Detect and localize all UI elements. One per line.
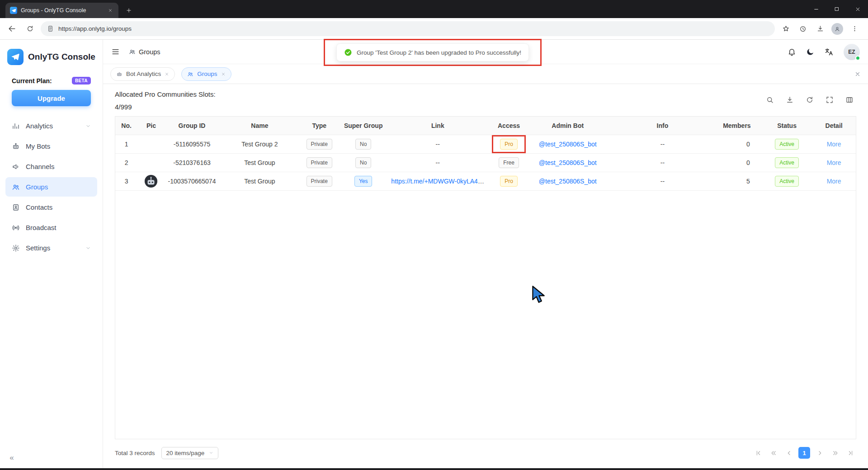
total-records-label: Total 3 records [115,450,155,456]
language-translate-icon[interactable] [825,47,834,56]
groups-table: No. Pic Group ID Name Type Super Group L… [115,116,856,439]
cell-members: 0 [720,135,762,153]
tab-groups[interactable]: Groups [181,67,231,81]
page-number-button[interactable]: 1 [798,447,810,459]
sidebar-item-my-bots[interactable]: My Bots [5,136,97,156]
browser-menu-icon[interactable] [847,22,862,36]
site-info-icon[interactable] [47,25,54,32]
reload-icon[interactable] [23,22,37,36]
bookmark-star-icon[interactable] [778,22,793,36]
close-all-tabs-icon[interactable] [854,71,861,77]
dark-mode-moon-icon[interactable] [806,47,815,56]
sidebar-nav: Analytics My Bots Channels [0,116,103,258]
admin-bot-link[interactable]: @test_250806S_bot [539,178,597,185]
tab-close-icon[interactable] [107,7,114,14]
refresh-icon[interactable] [806,96,814,104]
export-download-icon[interactable] [786,96,794,104]
status-tag: Active [775,176,799,187]
cell-name: Test Group [219,153,300,172]
next-page-icon[interactable] [814,447,826,459]
address-bar[interactable]: https://app.onlytg.io/groups [41,21,775,36]
browser-toolbar: https://app.onlytg.io/groups [0,18,868,40]
sidebar-item-analytics[interactable]: Analytics [5,116,97,136]
cell-name: Test Group [219,172,300,190]
browser-titlebar: Groups - OnlyTG Console [0,0,868,18]
pagination: 1 [752,447,856,459]
broadcast-icon [12,224,20,232]
cell-link: https://t.me/+MDWGW-0kyLA4N... [388,172,487,190]
more-link[interactable]: More [827,141,841,148]
upgrade-button[interactable]: Upgrade [12,90,91,106]
new-tab-button[interactable] [122,4,136,17]
notifications-bell-icon[interactable] [788,47,796,56]
cell-group-id: -1003570665074 [165,172,219,190]
contact-book-icon [12,203,20,212]
cell-admin-bot: @test_250806S_bot [531,172,605,190]
sidebar: OnlyTG Console Current Plan: BETA Upgrad… [0,40,103,468]
col-access: Access [487,117,531,135]
sidebar-item-channels[interactable]: Channels [5,157,97,176]
previous-page-icon[interactable] [783,447,795,459]
tab-bot-analytics[interactable]: Bot Analytics [110,67,175,81]
type-tag: Private [307,139,332,150]
super-group-tag: No [355,139,371,150]
chevron-down-icon [209,451,213,455]
user-avatar[interactable]: EZ [844,44,860,60]
cell-status: Active [762,135,812,153]
extensions-icon[interactable] [796,22,810,36]
cell-members: 5 [720,172,762,190]
browser-tab[interactable]: Groups - OnlyTG Console [5,3,118,18]
close-tab-icon[interactable] [165,72,169,76]
last-page-icon[interactable] [844,447,856,459]
window-controls [806,0,868,18]
cell-no: 3 [115,172,137,190]
header-actions: EZ [788,44,860,60]
main-column: Groups EZ [103,40,868,468]
more-link[interactable]: More [827,178,841,185]
cell-access: Pro [487,135,531,153]
col-pic: Pic [137,117,165,135]
cell-status: Active [762,172,812,190]
sidebar-item-contacts[interactable]: Contacts [5,197,97,217]
cell-group-id: -5210376163 [165,153,219,172]
sidebar-item-broadcast[interactable]: Broadcast [5,218,97,237]
col-members: Members [720,117,762,135]
users-icon [129,48,136,55]
sidebar-item-groups[interactable]: Groups [5,177,97,197]
table-toolbar [766,96,856,104]
type-tag: Private [307,157,332,168]
more-link[interactable]: More [827,159,841,166]
cell-info: -- [605,172,721,190]
fullscreen-icon[interactable] [826,96,834,104]
cell-group-id: -5116095575 [165,135,219,153]
close-tab-icon[interactable] [221,72,226,76]
column-settings-icon[interactable] [845,96,854,104]
access-tag: Free [499,157,519,168]
jump-back-icon[interactable] [768,447,779,459]
admin-bot-link[interactable]: @test_250806S_bot [539,141,597,148]
downloads-icon[interactable] [813,22,827,36]
close-window-button[interactable] [847,0,868,18]
cell-info: -- [605,153,721,172]
first-page-icon[interactable] [752,447,764,459]
search-icon[interactable] [766,96,774,104]
table-header-row: No. Pic Group ID Name Type Super Group L… [115,117,856,135]
table-row: 1 -5116095575 Test Group 2 Private No --… [115,135,856,153]
maximize-button[interactable] [826,0,847,18]
back-icon[interactable] [5,22,19,36]
col-detail: Detail [812,117,856,135]
status-tag: Active [775,139,799,150]
app-logo-icon [7,49,24,65]
minimize-button[interactable] [806,0,826,18]
page-size-select[interactable]: 20 items/page [161,447,219,459]
hamburger-menu-icon[interactable] [111,47,120,56]
admin-bot-link[interactable]: @test_250806S_bot [539,159,597,166]
sidebar-collapse-button[interactable]: « [5,452,18,464]
type-tag: Private [307,176,332,187]
jump-forward-icon[interactable] [829,447,841,459]
col-admin-bot: Admin Bot [531,117,605,135]
beta-badge: BETA [72,77,91,85]
browser-profile-avatar[interactable] [830,22,844,36]
invite-link[interactable]: https://t.me/+MDWGW-0kyLA4N... [391,178,487,185]
sidebar-item-settings[interactable]: Settings [5,238,97,258]
